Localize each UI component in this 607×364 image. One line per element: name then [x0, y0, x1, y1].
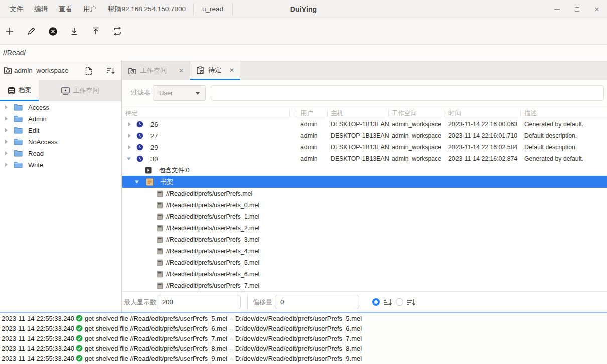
titlebar: 文件 编辑 查看 用户 帮助 192.168.254.150:7000 u_re… — [0, 0, 607, 18]
changelist-row-expanded[interactable]: 30 admin DESKTOP-1B13EAN admin_workspace… — [122, 153, 607, 164]
refresh-button[interactable] — [112, 26, 122, 36]
shelved-file-row[interactable]: //Read/edit/prefs/userPrefs.mel — [122, 188, 607, 199]
log-timestamp: 2023-11-14 22:55:33.240 — [2, 345, 74, 352]
sort-descending-icon[interactable] — [106, 67, 115, 75]
table-header: 待定 用户 主机 工作空间 时间 描述 — [122, 108, 607, 118]
tree-item-label: Read — [28, 149, 44, 157]
upload-button[interactable] — [91, 26, 101, 36]
chevron-right-icon[interactable] — [128, 145, 131, 149]
shelved-file-row[interactable]: //Read/edit/prefs/userPrefs_3.mel — [122, 234, 607, 245]
max-display-input[interactable] — [157, 295, 241, 309]
add-button[interactable] — [5, 26, 15, 36]
right-panel: 工作空间 ✕ 待定 ✕ 过滤器 User 待定 — [122, 61, 607, 312]
tab-pending[interactable]: 待定 ✕ — [190, 61, 240, 80]
path-bar[interactable]: //Read/ — [0, 45, 607, 61]
tree-item-admin[interactable]: Admin — [0, 113, 121, 124]
shelved-file-row[interactable]: //Read/edit/prefs/userPrefs_4.mel — [122, 245, 607, 257]
chevron-right-icon[interactable] — [5, 151, 8, 155]
sort-ascending-radio[interactable] — [372, 298, 380, 306]
log-timestamp: 2023-11-14 22:55:33.240 — [2, 355, 74, 362]
new-file-icon[interactable] — [85, 67, 92, 75]
changelist-id: 30 — [150, 155, 158, 162]
tab-workspace[interactable]: 工作空间 ✕ — [122, 61, 190, 80]
changelist-row[interactable]: 26 admin DESKTOP-1B13EAN admin_workspace… — [122, 118, 607, 130]
chevron-down-icon[interactable] — [135, 180, 139, 183]
filter-search-input[interactable] — [211, 85, 604, 101]
toolbar — [0, 18, 607, 45]
tab-workspace-close-icon[interactable]: ✕ — [179, 67, 184, 74]
shelved-file-row[interactable]: //Read/edit/prefs/userPrefs_7.mel — [122, 280, 607, 291]
menu-file[interactable]: 文件 — [4, 5, 29, 14]
download-button[interactable] — [69, 26, 79, 36]
minimize-button[interactable] — [547, 0, 567, 18]
contains-files-label: 包含文件:0 — [159, 166, 189, 174]
sort-descending-radio[interactable] — [396, 298, 403, 306]
shelved-file-row[interactable]: //Read/edit/prefs/userPrefs_5.mel — [122, 257, 607, 268]
contains-files-row[interactable]: 包含文件:0 — [122, 164, 607, 176]
column-pending[interactable]: 待定 — [125, 108, 138, 119]
tab-pending-label: 待定 — [208, 66, 221, 75]
column-time[interactable]: 时间 — [448, 108, 461, 119]
workspace-header: admin_workspace — [0, 61, 121, 80]
log-entry: 2023-11-14 22:55:33.240 get shelved file… — [2, 343, 607, 353]
chevron-down-icon[interactable] — [127, 157, 131, 160]
chevron-right-icon[interactable] — [128, 134, 131, 138]
tree-item-access[interactable]: Access — [0, 101, 121, 113]
shelved-file-row[interactable]: //Read/edit/prefs/userPrefs_1.mel — [122, 211, 607, 222]
log-entry: 2023-11-14 22:55:33.240 get shelved file… — [2, 333, 607, 343]
expand-play-icon[interactable] — [145, 167, 152, 174]
shelved-file-row[interactable]: //Read/edit/prefs/userPrefs_2.mel — [122, 222, 607, 234]
column-separator — [445, 110, 445, 117]
tab-files[interactable]: 档案 — [0, 80, 39, 101]
changelist-clock-icon — [136, 121, 143, 128]
column-user[interactable]: 用户 — [300, 108, 313, 119]
menu-view[interactable]: 查看 — [53, 5, 78, 14]
tree-item-noaccess[interactable]: NoAccess — [0, 136, 121, 147]
success-check-icon — [76, 335, 83, 342]
tab-files-label: 档案 — [19, 86, 32, 95]
file-icon — [157, 248, 163, 254]
tree-item-edit[interactable]: Edit — [0, 124, 121, 136]
chevron-right-icon[interactable] — [128, 122, 131, 126]
menu-user[interactable]: 用户 — [78, 5, 102, 14]
changelist-id: 26 — [150, 120, 158, 128]
shelf-row-selected[interactable]: 书架 — [122, 176, 607, 188]
app-window: 文件 编辑 查看 用户 帮助 192.168.254.150:7000 u_re… — [0, 0, 607, 364]
success-check-icon — [76, 355, 83, 362]
cell-user: admin — [300, 121, 318, 128]
menu-edit[interactable]: 编辑 — [29, 5, 53, 14]
tree-item-read[interactable]: Read — [0, 147, 121, 159]
column-description[interactable]: 描述 — [524, 108, 537, 119]
close-button[interactable]: ✕ — [587, 0, 607, 18]
shelved-file-row[interactable]: //Read/edit/prefs/userPrefs_0.mel — [122, 199, 607, 211]
pending-changelist-table: 26 admin DESKTOP-1B13EAN admin_workspace… — [122, 118, 607, 291]
column-workspace[interactable]: 工作空间 — [392, 108, 417, 119]
edit-button[interactable] — [26, 26, 36, 36]
cell-workspace: admin_workspace — [392, 132, 441, 139]
chevron-right-icon[interactable] — [5, 117, 8, 121]
chevron-right-icon[interactable] — [5, 140, 8, 144]
column-separator — [327, 110, 328, 117]
shelved-file-row[interactable]: //Read/edit/prefs/userPrefs_6.mel — [122, 268, 607, 280]
maximize-button[interactable] — [567, 0, 587, 18]
cancel-button[interactable] — [48, 26, 58, 36]
chevron-right-icon[interactable] — [5, 128, 8, 132]
folder-icon — [14, 115, 23, 122]
filter-type-dropdown[interactable]: User — [153, 85, 206, 101]
chevron-right-icon[interactable] — [5, 105, 8, 109]
tree-item-write[interactable]: Write — [0, 159, 121, 170]
column-separator — [520, 110, 521, 117]
chevron-right-icon[interactable] — [5, 163, 8, 167]
tab-workspace-left[interactable]: 工作空间 — [39, 80, 121, 101]
tab-pending-close-icon[interactable]: ✕ — [229, 67, 234, 74]
folder-icon — [14, 126, 23, 134]
offset-input[interactable] — [275, 295, 359, 309]
workspace-name: admin_workspace — [14, 61, 69, 80]
footer-separator — [247, 294, 248, 310]
changelist-row[interactable]: 29 admin DESKTOP-1B13EAN admin_workspace… — [122, 141, 607, 153]
column-host[interactable]: 主机 — [331, 108, 343, 119]
filter-label: 过滤器 — [131, 80, 150, 105]
changelist-row[interactable]: 27 admin DESKTOP-1B13EAN admin_workspace… — [122, 130, 607, 141]
maximize-icon — [575, 7, 579, 12]
cell-host: DESKTOP-1B13EAN — [331, 121, 389, 128]
